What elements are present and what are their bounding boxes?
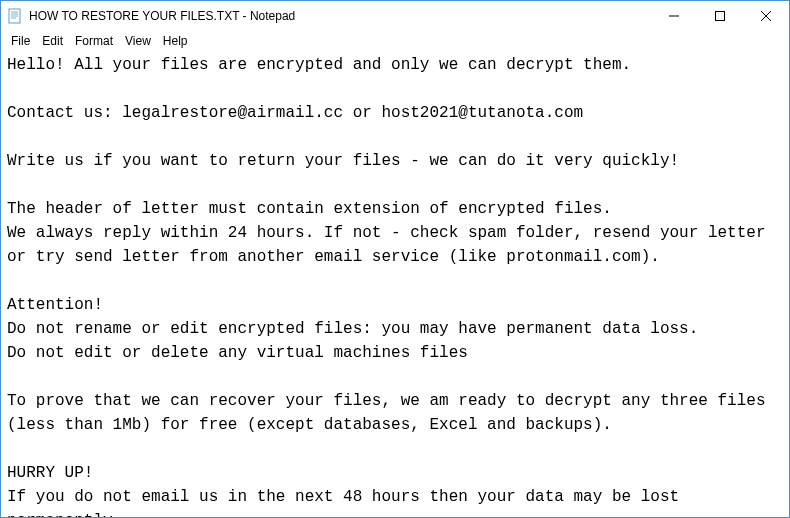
notepad-window: HOW TO RESTORE YOUR FILES.TXT - Notepad … (0, 0, 790, 518)
minimize-button[interactable] (651, 1, 697, 31)
menu-edit[interactable]: Edit (36, 32, 69, 50)
svg-rect-6 (716, 12, 725, 21)
window-title: HOW TO RESTORE YOUR FILES.TXT - Notepad (29, 9, 651, 23)
menu-format[interactable]: Format (69, 32, 119, 50)
titlebar[interactable]: HOW TO RESTORE YOUR FILES.TXT - Notepad (1, 1, 789, 31)
close-button[interactable] (743, 1, 789, 31)
window-controls (651, 1, 789, 31)
maximize-button[interactable] (697, 1, 743, 31)
notepad-icon (7, 8, 23, 24)
text-area[interactable]: Hello! All your files are encrypted and … (1, 51, 789, 517)
menu-view[interactable]: View (119, 32, 157, 50)
menubar: File Edit Format View Help (1, 31, 789, 51)
menu-file[interactable]: File (5, 32, 36, 50)
menu-help[interactable]: Help (157, 32, 194, 50)
